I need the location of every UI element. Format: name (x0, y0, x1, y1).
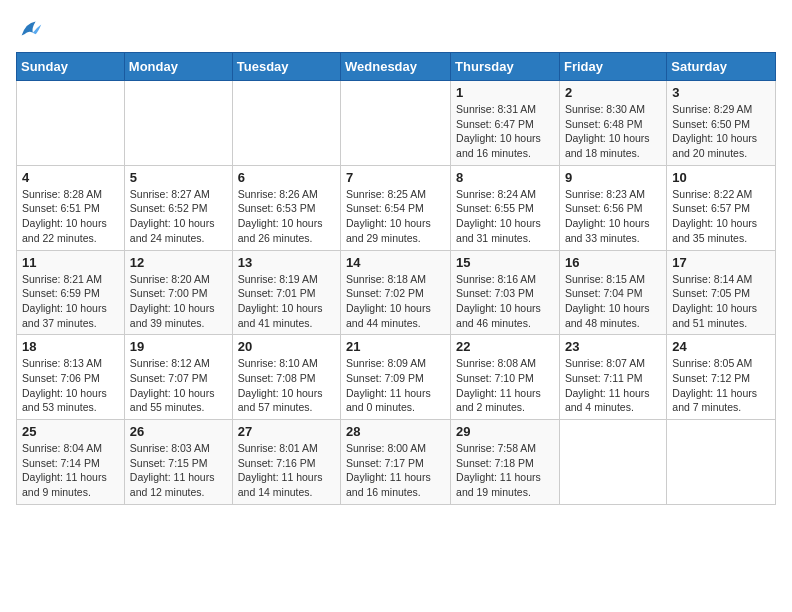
cell-info-text: Sunrise: 8:18 AM Sunset: 7:02 PM Dayligh… (346, 272, 445, 331)
cell-info-text: Sunrise: 8:23 AM Sunset: 6:56 PM Dayligh… (565, 187, 661, 246)
day-header-saturday: Saturday (667, 53, 776, 81)
cell-date-number: 17 (672, 255, 770, 270)
cell-info-text: Sunrise: 8:31 AM Sunset: 6:47 PM Dayligh… (456, 102, 554, 161)
calendar-cell: 11Sunrise: 8:21 AM Sunset: 6:59 PM Dayli… (17, 250, 125, 335)
calendar-cell: 18Sunrise: 8:13 AM Sunset: 7:06 PM Dayli… (17, 335, 125, 420)
cell-info-text: Sunrise: 8:25 AM Sunset: 6:54 PM Dayligh… (346, 187, 445, 246)
calendar-cell: 23Sunrise: 8:07 AM Sunset: 7:11 PM Dayli… (559, 335, 666, 420)
cell-info-text: Sunrise: 8:12 AM Sunset: 7:07 PM Dayligh… (130, 356, 227, 415)
cell-info-text: Sunrise: 8:26 AM Sunset: 6:53 PM Dayligh… (238, 187, 335, 246)
calendar-cell: 29Sunrise: 7:58 AM Sunset: 7:18 PM Dayli… (451, 420, 560, 505)
cell-date-number: 4 (22, 170, 119, 185)
cell-date-number: 18 (22, 339, 119, 354)
cell-date-number: 1 (456, 85, 554, 100)
cell-date-number: 27 (238, 424, 335, 439)
calendar-cell: 2Sunrise: 8:30 AM Sunset: 6:48 PM Daylig… (559, 81, 666, 166)
cell-date-number: 15 (456, 255, 554, 270)
calendar-cell: 1Sunrise: 8:31 AM Sunset: 6:47 PM Daylig… (451, 81, 560, 166)
calendar-cell (667, 420, 776, 505)
cell-info-text: Sunrise: 8:05 AM Sunset: 7:12 PM Dayligh… (672, 356, 770, 415)
cell-info-text: Sunrise: 8:24 AM Sunset: 6:55 PM Dayligh… (456, 187, 554, 246)
cell-date-number: 11 (22, 255, 119, 270)
days-header-row: SundayMondayTuesdayWednesdayThursdayFrid… (17, 53, 776, 81)
cell-info-text: Sunrise: 8:20 AM Sunset: 7:00 PM Dayligh… (130, 272, 227, 331)
cell-info-text: Sunrise: 8:09 AM Sunset: 7:09 PM Dayligh… (346, 356, 445, 415)
cell-info-text: Sunrise: 8:08 AM Sunset: 7:10 PM Dayligh… (456, 356, 554, 415)
cell-info-text: Sunrise: 8:27 AM Sunset: 6:52 PM Dayligh… (130, 187, 227, 246)
cell-date-number: 12 (130, 255, 227, 270)
calendar-cell: 24Sunrise: 8:05 AM Sunset: 7:12 PM Dayli… (667, 335, 776, 420)
calendar-cell: 4Sunrise: 8:28 AM Sunset: 6:51 PM Daylig… (17, 165, 125, 250)
header (16, 16, 776, 44)
cell-date-number: 16 (565, 255, 661, 270)
calendar-cell (232, 81, 340, 166)
calendar-cell: 7Sunrise: 8:25 AM Sunset: 6:54 PM Daylig… (341, 165, 451, 250)
week-row-4: 25Sunrise: 8:04 AM Sunset: 7:14 PM Dayli… (17, 420, 776, 505)
calendar-cell: 3Sunrise: 8:29 AM Sunset: 6:50 PM Daylig… (667, 81, 776, 166)
day-header-monday: Monday (124, 53, 232, 81)
cell-date-number: 5 (130, 170, 227, 185)
calendar-cell (341, 81, 451, 166)
calendar-cell (17, 81, 125, 166)
cell-date-number: 23 (565, 339, 661, 354)
calendar-cell: 28Sunrise: 8:00 AM Sunset: 7:17 PM Dayli… (341, 420, 451, 505)
cell-info-text: Sunrise: 8:04 AM Sunset: 7:14 PM Dayligh… (22, 441, 119, 500)
cell-info-text: Sunrise: 8:28 AM Sunset: 6:51 PM Dayligh… (22, 187, 119, 246)
cell-date-number: 29 (456, 424, 554, 439)
week-row-2: 11Sunrise: 8:21 AM Sunset: 6:59 PM Dayli… (17, 250, 776, 335)
calendar-cell: 22Sunrise: 8:08 AM Sunset: 7:10 PM Dayli… (451, 335, 560, 420)
cell-date-number: 19 (130, 339, 227, 354)
week-row-0: 1Sunrise: 8:31 AM Sunset: 6:47 PM Daylig… (17, 81, 776, 166)
calendar-body: 1Sunrise: 8:31 AM Sunset: 6:47 PM Daylig… (17, 81, 776, 505)
calendar-cell: 17Sunrise: 8:14 AM Sunset: 7:05 PM Dayli… (667, 250, 776, 335)
cell-date-number: 24 (672, 339, 770, 354)
cell-date-number: 8 (456, 170, 554, 185)
cell-info-text: Sunrise: 8:01 AM Sunset: 7:16 PM Dayligh… (238, 441, 335, 500)
week-row-3: 18Sunrise: 8:13 AM Sunset: 7:06 PM Dayli… (17, 335, 776, 420)
cell-date-number: 2 (565, 85, 661, 100)
cell-date-number: 3 (672, 85, 770, 100)
cell-info-text: Sunrise: 8:16 AM Sunset: 7:03 PM Dayligh… (456, 272, 554, 331)
calendar-cell: 12Sunrise: 8:20 AM Sunset: 7:00 PM Dayli… (124, 250, 232, 335)
calendar-table: SundayMondayTuesdayWednesdayThursdayFrid… (16, 52, 776, 505)
cell-date-number: 22 (456, 339, 554, 354)
calendar-cell (559, 420, 666, 505)
cell-date-number: 6 (238, 170, 335, 185)
logo-bird-icon (16, 16, 44, 44)
calendar-cell: 20Sunrise: 8:10 AM Sunset: 7:08 PM Dayli… (232, 335, 340, 420)
day-header-friday: Friday (559, 53, 666, 81)
cell-info-text: Sunrise: 8:22 AM Sunset: 6:57 PM Dayligh… (672, 187, 770, 246)
cell-date-number: 20 (238, 339, 335, 354)
cell-date-number: 14 (346, 255, 445, 270)
cell-info-text: Sunrise: 8:00 AM Sunset: 7:17 PM Dayligh… (346, 441, 445, 500)
calendar-cell: 8Sunrise: 8:24 AM Sunset: 6:55 PM Daylig… (451, 165, 560, 250)
cell-date-number: 7 (346, 170, 445, 185)
calendar-cell: 9Sunrise: 8:23 AM Sunset: 6:56 PM Daylig… (559, 165, 666, 250)
cell-info-text: Sunrise: 8:15 AM Sunset: 7:04 PM Dayligh… (565, 272, 661, 331)
day-header-sunday: Sunday (17, 53, 125, 81)
cell-info-text: Sunrise: 8:21 AM Sunset: 6:59 PM Dayligh… (22, 272, 119, 331)
calendar-cell: 16Sunrise: 8:15 AM Sunset: 7:04 PM Dayli… (559, 250, 666, 335)
calendar-cell: 5Sunrise: 8:27 AM Sunset: 6:52 PM Daylig… (124, 165, 232, 250)
calendar-cell: 6Sunrise: 8:26 AM Sunset: 6:53 PM Daylig… (232, 165, 340, 250)
cell-info-text: Sunrise: 8:03 AM Sunset: 7:15 PM Dayligh… (130, 441, 227, 500)
calendar-cell: 26Sunrise: 8:03 AM Sunset: 7:15 PM Dayli… (124, 420, 232, 505)
calendar-cell: 15Sunrise: 8:16 AM Sunset: 7:03 PM Dayli… (451, 250, 560, 335)
day-header-tuesday: Tuesday (232, 53, 340, 81)
calendar-cell: 19Sunrise: 8:12 AM Sunset: 7:07 PM Dayli… (124, 335, 232, 420)
cell-info-text: Sunrise: 8:29 AM Sunset: 6:50 PM Dayligh… (672, 102, 770, 161)
cell-info-text: Sunrise: 8:19 AM Sunset: 7:01 PM Dayligh… (238, 272, 335, 331)
calendar-cell: 21Sunrise: 8:09 AM Sunset: 7:09 PM Dayli… (341, 335, 451, 420)
cell-info-text: Sunrise: 8:07 AM Sunset: 7:11 PM Dayligh… (565, 356, 661, 415)
cell-date-number: 25 (22, 424, 119, 439)
calendar-cell: 13Sunrise: 8:19 AM Sunset: 7:01 PM Dayli… (232, 250, 340, 335)
cell-info-text: Sunrise: 8:30 AM Sunset: 6:48 PM Dayligh… (565, 102, 661, 161)
cell-info-text: Sunrise: 8:13 AM Sunset: 7:06 PM Dayligh… (22, 356, 119, 415)
calendar-cell: 14Sunrise: 8:18 AM Sunset: 7:02 PM Dayli… (341, 250, 451, 335)
cell-date-number: 9 (565, 170, 661, 185)
calendar-cell: 25Sunrise: 8:04 AM Sunset: 7:14 PM Dayli… (17, 420, 125, 505)
cell-date-number: 26 (130, 424, 227, 439)
calendar-cell (124, 81, 232, 166)
logo (16, 16, 48, 44)
calendar-cell: 10Sunrise: 8:22 AM Sunset: 6:57 PM Dayli… (667, 165, 776, 250)
